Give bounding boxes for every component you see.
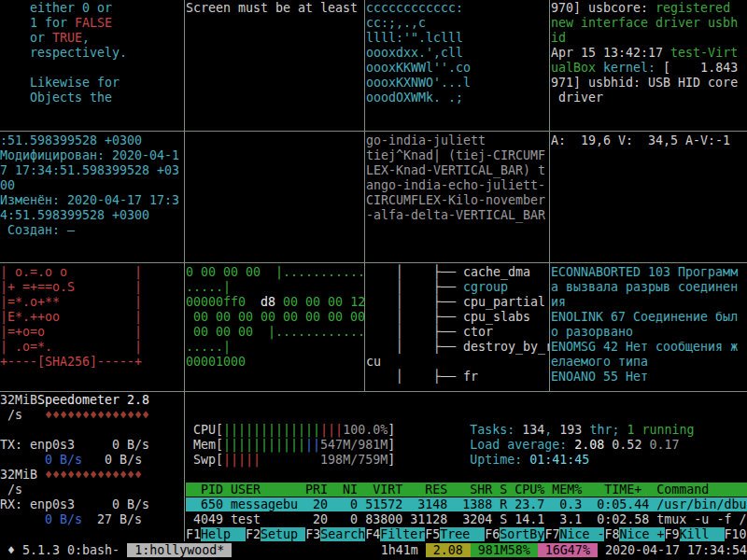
- pane-man-page[interactable]: either 0 or 1 for FALSE or TRUE, respect…: [0, 0, 184, 132]
- terminal-text: CPU[: [186, 423, 223, 437]
- terminal-line: | o.=.o o |: [0, 265, 184, 280]
- terminal-text: 193: [559, 423, 582, 437]
- terminal-text: go-india-juliett: [366, 133, 486, 147]
- pane-border-vertical-1[interactable]: [184, 0, 185, 541]
- terminal-text: 970] usbcore:: [551, 1, 655, 15]
- terminal-text: Screen must be at least: [186, 1, 358, 15]
- terminal-text: 0 B/s: [105, 453, 142, 467]
- pane-ascii-logo[interactable]: cccccccccccc:cc:;,.,cllll:'".lcllloooxdx…: [366, 0, 549, 132]
- terminal-text: cgroup: [463, 280, 508, 294]
- terminal-text: Создан: –: [0, 223, 75, 237]
- terminal-line: -alfa-delta-VERTICAL_BAR: [366, 208, 549, 223]
- pane-kernel-log[interactable]: 970] usbcore: registerednew interface dr…: [551, 0, 747, 132]
- terminal-line: [186, 468, 747, 483]
- terminal-text: 981M58%: [471, 543, 538, 557]
- terminal-text: 100.0%: [343, 423, 388, 437]
- terminal-line: елаемого типа: [551, 355, 747, 370]
- terminal-text: 1h41m: [381, 543, 426, 557]
- terminal-text: LEX-Knad-VERTICAL_BAR) t: [366, 163, 545, 177]
- terminal-line: │ ├── ctor: [366, 325, 549, 340]
- terminal-text: F6: [485, 527, 500, 541]
- terminal-text: cc:;,.,c: [366, 16, 426, 30]
- terminal-line: cccccccccccc:: [366, 1, 549, 16]
- terminal-text: PID USER PRI NI VIRT RES SHR S CPU% MEM%…: [186, 483, 747, 497]
- terminal-text: 00: [0, 178, 15, 192]
- terminal-text: ooodOXWMk. .;: [366, 91, 463, 105]
- pane-speedometer[interactable]: 32MiBSpeedometer 2.8 /s ♦♦♦♦♦♦♦♦♦♦♦♦♦♦TX…: [0, 392, 184, 542]
- terminal-line: Objects the: [0, 91, 184, 105]
- terminal-line: 32MiBSpeedometer 2.8: [0, 393, 184, 408]
- terminal-line: ango-india-echo-juliett-: [366, 178, 549, 193]
- terminal-line: 00: [0, 178, 184, 193]
- terminal-text: Filter: [380, 527, 425, 541]
- terminal-line: 7 17:34:51.598399528 +03: [0, 163, 184, 178]
- terminal-text: Tree: [440, 527, 485, 541]
- terminal-text: Nice +: [619, 527, 664, 541]
- pane-border-vertical-2[interactable]: [364, 0, 365, 391]
- pane-htop[interactable]: CPU[||||||||||||||||100.0%] Tasks: 134, …: [186, 392, 747, 542]
- terminal-text: |||: [320, 423, 343, 437]
- terminal-text: either 0 or: [0, 1, 112, 15]
- terminal-line: ия: [551, 295, 747, 310]
- terminal-text: Search: [320, 527, 365, 541]
- pane-empty[interactable]: [186, 133, 364, 263]
- pane-border-horizontal-3[interactable]: [0, 391, 747, 392]
- terminal-text: 00 00 00 00 00 00 00 00: [186, 310, 364, 324]
- terminal-line: Модифицирован: 2020-04-1: [0, 148, 184, 163]
- pane-border-vertical-3[interactable]: [549, 0, 550, 391]
- terminal-text: :51.598399528 +0300: [0, 133, 142, 147]
- terminal-text: [395, 423, 470, 437]
- terminal-line: driver: [551, 91, 747, 105]
- terminal-text: tiej^Knad| (tiej-CIRCUMF: [366, 148, 545, 162]
- pane-errno-list[interactable]: ECONNABORTED 103 Программа вызвала разры…: [551, 264, 747, 392]
- terminal-text: F7: [544, 527, 559, 541]
- pane-measurement[interactable]: A: 19,6 V: 34,5 A-V:-1: [551, 133, 747, 263]
- terminal-line: 32MiB ♦♦♦♦♦♦♦♦♦♦♦♦♦: [0, 468, 184, 483]
- terminal-text: | o.=.o o |: [0, 265, 142, 279]
- terminal-text: thr;: [582, 423, 627, 437]
- pane-border-horizontal-1[interactable]: [0, 131, 747, 132]
- pane-screen-message[interactable]: Screen must be at least: [186, 0, 364, 132]
- terminal-text: 00001000: [186, 355, 246, 369]
- terminal-text: TX: enp0s3 0 B/s: [0, 438, 149, 452]
- terminal-text: driver: [551, 91, 603, 105]
- terminal-text: 0 B/s: [45, 453, 82, 467]
- pane-hexdump[interactable]: 0 00 00 00 |................|00000ff0 d8…: [186, 264, 364, 392]
- pane-ssh-randomart[interactable]: | o.=.o o ||+ =+==o.S ||=*.o+** ||E*.++o…: [0, 264, 184, 392]
- terminal-line: 00 00 00 |............: [186, 325, 364, 340]
- terminal-text: CIRCUMFLEX-Kilo-november: [366, 193, 545, 207]
- terminal-line: 4049 test 20 0 83800 31128 3204 S 14.1 3…: [186, 512, 747, 527]
- terminal-text: +----[SHA256]-----+: [0, 355, 142, 369]
- terminal-text: -alfa-delta-VERTICAL_BAR: [366, 208, 545, 222]
- terminal-text: oooxdxx.',cll: [366, 46, 463, 60]
- terminal-text: TRUE: [52, 31, 82, 45]
- terminal-text: |||||: [223, 453, 261, 467]
- terminal-line: cu: [366, 355, 549, 370]
- terminal-line: go-india-juliett: [366, 133, 549, 148]
- terminal-text: ия: [551, 295, 566, 309]
- terminal-text: RX: enp0s3 0 B/s: [0, 497, 149, 511]
- terminal-text: registered: [655, 1, 730, 15]
- terminal-line: Likewise for: [0, 76, 184, 91]
- terminal-text: cu: [366, 355, 381, 369]
- terminal-text: ♦: [0, 543, 22, 557]
- terminal-line: either 0 or: [0, 1, 184, 16]
- terminal-line: .....|: [186, 280, 364, 295]
- terminal-line: RX: enp0s3 0 B/s: [0, 497, 184, 512]
- terminal-line: [0, 423, 184, 438]
- pane-border-horizontal-2[interactable]: [0, 262, 747, 263]
- terminal-text: │ ├──: [366, 280, 463, 294]
- terminal-line: Изменён: 2020-04-17 17:3: [0, 193, 184, 208]
- pane-phonetic-spelling[interactable]: go-india-julietttiej^Knad| (tiej-CIRCUMF…: [366, 133, 549, 263]
- terminal-line: /s ♦♦♦♦♦♦♦♦♦♦♦♦♦♦: [0, 408, 184, 423]
- terminal-text: A: 19,6 V: 34,5 A-V:-1: [551, 133, 730, 147]
- terminal-text: │ ├── fr: [366, 370, 478, 384]
- terminal-line: ooodOXWMk. .;: [366, 91, 549, 105]
- terminal-text: 32MiB: [0, 468, 45, 482]
- terminal-line: 650 messagebu 20 0 51572 3148 1388 R 23.…: [186, 497, 747, 512]
- pane-file-stat[interactable]: :51.598399528 +0300Модифицирован: 2020-0…: [0, 133, 184, 263]
- terminal-text: F10: [725, 527, 747, 541]
- terminal-text: |||||||||||||: [223, 423, 320, 437]
- status-window-list[interactable]: ♦ 5.1.3 0:bash- 1:hollywood*: [0, 543, 232, 558]
- pane-directory-tree[interactable]: │ ├── cache_dma │ ├── cgroup │ ├── cpu_p…: [366, 264, 549, 392]
